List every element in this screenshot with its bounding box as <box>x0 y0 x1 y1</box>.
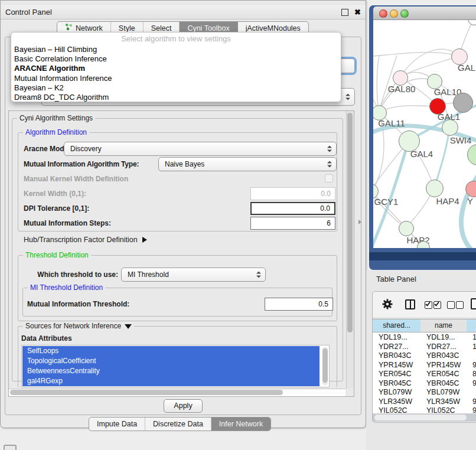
mi-type-combo[interactable]: Naive Bayes <box>158 157 337 171</box>
table-cell[interactable]: YBR043C <box>426 351 459 360</box>
table-hscrollbar-thumb[interactable] <box>374 415 467 420</box>
network-node[interactable] <box>467 144 476 165</box>
show-columns-icon[interactable] <box>425 301 432 309</box>
combo-stepper-icon <box>327 161 332 168</box>
table-cell[interactable]: YER054C <box>426 370 459 378</box>
network-node-hap4[interactable] <box>426 180 444 197</box>
hub-definition-section[interactable]: Hub/Transcription Factor Definition <box>24 236 147 244</box>
table-cell[interactable]: 9. <box>472 379 476 387</box>
mi-steps-label: Mutual Information Steps: <box>24 217 111 230</box>
combo-stepper-icon <box>327 146 332 152</box>
apply-button[interactable]: Apply <box>164 399 203 413</box>
bottom-tab-infer-network[interactable]: Infer Network <box>211 418 270 431</box>
table-cell[interactable]: YDL19... <box>426 333 455 341</box>
table-cell[interactable]: YBR045C <box>379 379 412 387</box>
network-nodes: GALGAL80GAL10GAL1SWI4GAL11GAL4GCY1HAP4YH… <box>373 20 476 248</box>
attribute-topologicalcoefficient[interactable]: TopologicalCoefficient <box>22 356 319 366</box>
table-cell[interactable]: YPR145W <box>426 361 461 369</box>
table-cell[interactable]: 9. <box>472 361 476 369</box>
which-threshold-value: MI Threshold <box>128 270 169 279</box>
table-cell[interactable]: YBR043C <box>379 351 412 360</box>
node-label-hap4: HAP4 <box>436 196 459 206</box>
dpi-tolerance-label: DPI Tolerance [0,1]: <box>24 202 89 215</box>
tab-label: Discretize Data <box>153 418 203 431</box>
mi-steps-field[interactable]: 6 <box>250 217 335 230</box>
mi-type-value: Naive Bayes <box>165 160 204 168</box>
kernel-width-label: Kernel Width (0,1): <box>24 187 86 200</box>
minimize-traffic-icon[interactable] <box>390 9 398 18</box>
network-window-titlebar[interactable] <box>373 6 476 20</box>
column-header-shared[interactable]: shared... <box>373 319 421 332</box>
table-cell[interactable]: 9. <box>472 397 476 406</box>
algorithm-option-bayesian-hill-climbing[interactable]: Bayesian – Hill Climbing <box>11 45 341 54</box>
control-panel-titlebar[interactable]: Control Panel ✖ <box>1 5 366 19</box>
zoom-traffic-icon[interactable] <box>400 9 409 18</box>
table-cell[interactable]: YPR145W <box>379 361 413 369</box>
node-label-y: Y <box>467 196 473 206</box>
network-node[interactable] <box>468 20 476 25</box>
table-cell[interactable]: YLR345W <box>379 397 412 406</box>
network-node-hap2[interactable] <box>399 221 414 236</box>
aracne-mode-combo[interactable]: Discovery <box>64 142 337 156</box>
mi-threshold-field[interactable]: 0.5 <box>265 298 333 311</box>
settings-vscrollbar-thumb[interactable] <box>347 113 353 332</box>
docked-icon-fragment[interactable] <box>4 445 17 450</box>
sources-title-wrap[interactable]: Sources for Network Inference <box>23 322 134 330</box>
collapse-down-icon[interactable] <box>125 324 132 329</box>
cyni-bottom-tab-bar: Impute DataDiscretize DataInfer Network <box>89 417 271 431</box>
column-header-name[interactable]: name <box>420 319 467 332</box>
settings-hscrollbar-thumb[interactable] <box>10 390 283 395</box>
algorithm-option-mutual-information-inference[interactable]: Mutual Information Inference <box>11 74 341 83</box>
file-icon[interactable] <box>471 298 476 309</box>
float-icon[interactable] <box>341 9 348 16</box>
network-node[interactable] <box>453 93 473 113</box>
table-cell[interactable]: YDR27... <box>426 343 457 351</box>
table-cell[interactable]: YBL079W <box>379 388 412 396</box>
mi-threshold-title: MI Threshold Definition <box>28 283 105 292</box>
data-attributes-label: Data Attributes <box>21 334 72 343</box>
network-node-swi4[interactable] <box>442 119 458 136</box>
table-cell[interactable]: YDL19... <box>379 333 407 341</box>
network-window-bottom-band <box>369 252 476 260</box>
split-view-icon[interactable] <box>405 299 415 309</box>
network-canvas[interactable]: GALGAL80GAL10GAL1SWI4GAL11GAL4GCY1HAP4YH… <box>373 20 476 248</box>
kernel-width-field[interactable]: 0.0 <box>250 187 335 200</box>
splitpane-handle[interactable] <box>358 220 361 224</box>
manual-kernel-checkbox[interactable] <box>325 174 333 182</box>
close-traffic-icon[interactable] <box>379 9 387 18</box>
which-threshold-combo[interactable]: MI Threshold <box>121 268 266 282</box>
attribute-betweennesscentrality[interactable]: BetweennessCentrality <box>22 366 319 376</box>
table-cell[interactable]: YER054C <box>379 370 412 378</box>
gear-icon[interactable] <box>382 298 393 310</box>
table-cell[interactable]: 8. <box>472 370 476 378</box>
table-cell[interactable]: 13 <box>472 333 476 341</box>
dpi-tolerance-field[interactable]: 0.0 <box>250 202 335 215</box>
control-panel-title: Control Panel <box>5 8 52 17</box>
attribute-gal4rgexp[interactable]: gal4RGexp <box>22 376 319 386</box>
table-cell[interactable]: YDR27... <box>379 343 409 351</box>
bottom-tab-discretize-data[interactable]: Discretize Data <box>145 418 211 431</box>
attribute-selfloops[interactable]: SelfLoops <box>22 346 319 356</box>
close-icon[interactable]: ✖ <box>354 9 361 15</box>
algorithm-option-basic-correlation-inference[interactable]: Basic Correlation Inference <box>11 54 341 64</box>
table-cell[interactable]: YLR345W <box>426 397 460 406</box>
table-toolbar-divider <box>373 318 476 318</box>
algorithm-option-bayesian-k2[interactable]: Bayesian – K2 <box>11 83 341 93</box>
hide-columns-icon-2[interactable] <box>456 301 464 309</box>
table-cell[interactable]: 12 <box>472 343 476 351</box>
table-cell[interactable]: YBL079W <box>426 388 459 396</box>
table-cell[interactable]: YBR045C <box>426 379 459 387</box>
data-attributes-list[interactable]: SelfLoopsTopologicalCoefficientBetweenne… <box>21 345 330 387</box>
network-node-y[interactable] <box>465 181 476 197</box>
expand-right-icon[interactable] <box>142 237 147 243</box>
bottom-tab-impute-data[interactable]: Impute Data <box>89 418 145 431</box>
combo-stepper-icon <box>256 272 261 278</box>
show-columns-icon-2[interactable] <box>433 301 441 309</box>
column-header-a[interactable]: A <box>467 319 476 332</box>
hide-columns-icon[interactable] <box>447 301 455 309</box>
node-label-gcy1: GCY1 <box>374 197 399 207</box>
algorithm-option-aracne-algorithm[interactable]: ARACNE Algorithm <box>11 64 341 73</box>
algorithm-option-dream8-dc-tdc-algorithm[interactable]: Dream8 DC_TDC Algorithm <box>11 93 341 102</box>
attr-list-scrollbar-thumb[interactable] <box>322 348 328 383</box>
algorithm-select-popup: Select algorithm to view settings Bayesi… <box>11 32 341 102</box>
